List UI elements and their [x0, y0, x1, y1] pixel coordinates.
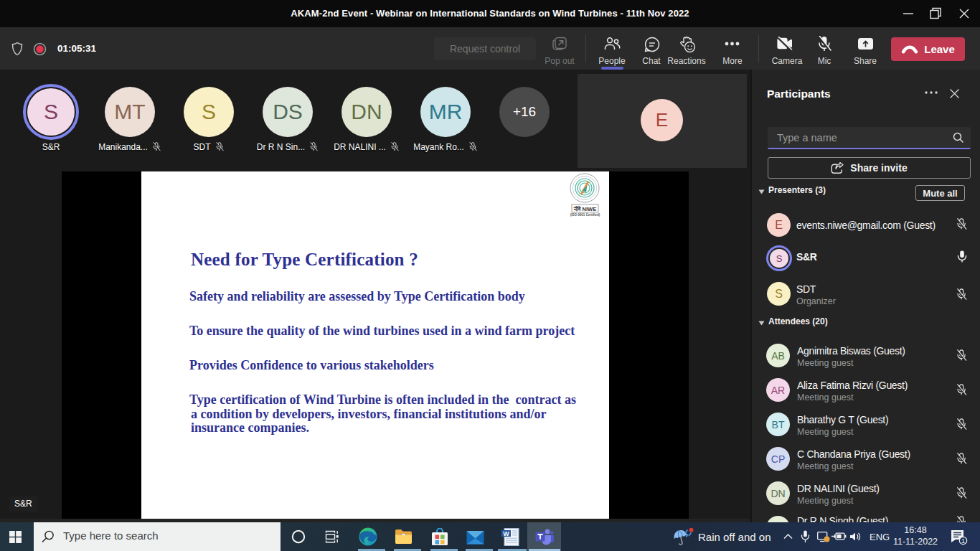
svg-text:नीवे NIWE: नीवे NIWE: [573, 205, 596, 212]
svg-text:1: 1: [961, 537, 965, 545]
svg-text:(ISO 9001 Certified): (ISO 9001 Certified): [570, 213, 600, 217]
svg-text:W: W: [503, 530, 509, 537]
